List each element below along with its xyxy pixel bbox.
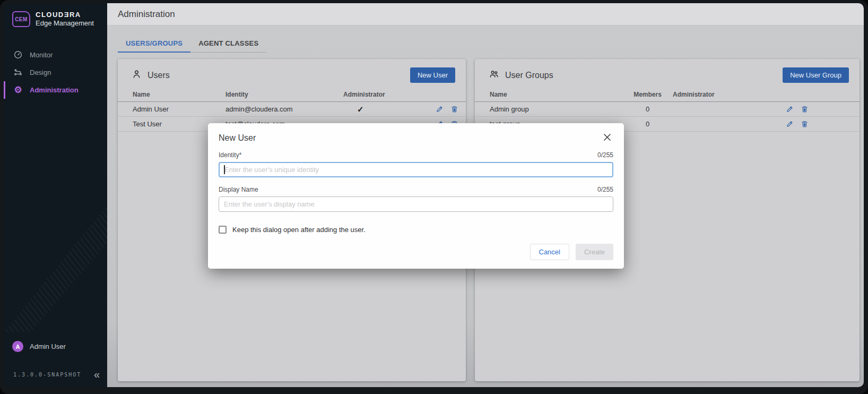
- cem-logo-text: CEM: [15, 16, 28, 22]
- sidebar-item-label: Design: [30, 68, 51, 76]
- brand-name: CLOUDƎRA: [36, 11, 94, 19]
- display-name-field-group: Display Name 0/255: [219, 186, 613, 212]
- admin-checkmark-icon: ✓: [343, 105, 428, 114]
- sidebar-nav: Monitor Design ⚙ Administration: [4, 46, 107, 99]
- group-name-cell: Admin group: [490, 105, 622, 113]
- people-icon: [489, 69, 499, 81]
- sidebar-item-administration[interactable]: ⚙ Administration: [4, 81, 107, 99]
- column-header-identity: Identity: [225, 91, 343, 98]
- groups-table-header: Name Members Administrator: [475, 88, 860, 102]
- user-groups-panel-header: User Groups New User Group: [475, 59, 860, 88]
- flow-design-icon: [13, 67, 23, 77]
- text-caret: [224, 165, 225, 174]
- group-members-cell: 0: [622, 105, 673, 113]
- sidebar-item-monitor[interactable]: Monitor: [4, 46, 107, 64]
- identity-input[interactable]: [219, 162, 613, 177]
- create-button[interactable]: Create: [576, 244, 613, 260]
- app-root: CEM CLOUDƎRA Edge Management Monitor: [4, 3, 864, 387]
- current-user-name: Admin User: [30, 342, 66, 350]
- column-header-name: Name: [490, 91, 622, 98]
- column-header-administrator: Administrator: [673, 91, 768, 98]
- tab-bar: USERS/GROUPS AGENT CLASSES: [118, 36, 266, 53]
- display-name-char-counter: 0/255: [597, 186, 613, 193]
- delete-icon[interactable]: [801, 105, 809, 113]
- users-table-header: Name Identity Administrator: [118, 88, 466, 102]
- cem-logo-icon: CEM: [12, 11, 30, 27]
- tab-users-groups[interactable]: USERS/GROUPS: [118, 36, 190, 53]
- column-header-name: Name: [133, 91, 225, 98]
- identity-char-counter: 0/255: [597, 151, 613, 159]
- users-panel-header: Users New User: [118, 59, 466, 88]
- group-members-cell: 0: [622, 120, 673, 128]
- new-user-group-button[interactable]: New User Group: [783, 67, 849, 83]
- sidebar-stripes-decoration: [4, 205, 107, 332]
- user-identity-cell: admin@cloudera.com: [225, 105, 343, 113]
- display-name-input[interactable]: [219, 196, 613, 212]
- identity-field-group: Identity* 0/255: [219, 151, 613, 177]
- new-user-dialog: New User Identity* 0/255: [208, 123, 624, 269]
- keep-open-option: Keep this dialog open after adding the u…: [219, 226, 613, 234]
- product-name: Edge Management: [36, 19, 94, 28]
- keep-open-label: Keep this dialog open after adding the u…: [232, 226, 366, 234]
- window-frame: CEM CLOUDƎRA Edge Management Monitor: [0, 0, 868, 394]
- dialog-title: New User: [219, 131, 256, 143]
- edit-icon[interactable]: [436, 105, 444, 113]
- sidebar-item-design[interactable]: Design: [4, 64, 107, 81]
- sidebar-item-label: Administration: [30, 86, 79, 94]
- collapse-sidebar-icon[interactable]: «: [94, 369, 100, 380]
- brand-block: CLOUDƎRA Edge Management: [36, 11, 94, 28]
- current-user[interactable]: A Admin User: [12, 341, 66, 352]
- cancel-button[interactable]: Cancel: [530, 244, 569, 260]
- close-icon[interactable]: [601, 131, 613, 145]
- table-row: Admin User admin@cloudera.com ✓: [118, 102, 466, 117]
- delete-icon[interactable]: [801, 120, 809, 128]
- tab-agent-classes[interactable]: AGENT CLASSES: [190, 36, 266, 53]
- page-header: Administration: [107, 3, 864, 25]
- new-user-button[interactable]: New User: [410, 67, 455, 83]
- sidebar-item-label: Monitor: [30, 51, 53, 59]
- page-title: Administration: [118, 9, 175, 20]
- column-header-members: Members: [622, 91, 673, 98]
- version-label: 1.3.0.0-SNAPSHOT: [13, 372, 81, 378]
- table-row: Admin group 0: [475, 102, 860, 117]
- gauge-icon: [13, 50, 23, 59]
- gear-icon: ⚙: [13, 85, 23, 95]
- identity-label: Identity*: [219, 151, 241, 159]
- users-panel-title: Users: [147, 71, 170, 80]
- delete-icon[interactable]: [450, 105, 458, 113]
- keep-open-checkbox[interactable]: [219, 226, 227, 234]
- display-name-label: Display Name: [219, 186, 258, 193]
- sidebar-footer: 1.3.0.0-SNAPSHOT «: [13, 369, 100, 380]
- app-logo: CEM CLOUDƎRA Edge Management: [4, 3, 107, 28]
- column-header-administrator: Administrator: [343, 91, 428, 98]
- edit-icon[interactable]: [786, 120, 794, 128]
- avatar: A: [12, 341, 23, 352]
- user-groups-panel-title: User Groups: [505, 71, 553, 80]
- person-icon: [132, 69, 142, 81]
- user-name-cell: Admin User: [133, 105, 225, 113]
- edit-icon[interactable]: [786, 105, 794, 113]
- sidebar: CEM CLOUDƎRA Edge Management Monitor: [4, 3, 107, 387]
